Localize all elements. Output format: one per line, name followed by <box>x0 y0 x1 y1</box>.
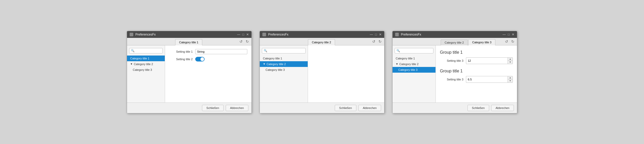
sidebar-item-label-3-1: Category title 2 <box>399 63 419 66</box>
forward-icon-3[interactable]: ↻ <box>510 39 515 44</box>
minimize-btn-2[interactable]: — <box>370 33 373 36</box>
sidebar-2: 🔍 Category title 1 ▼ Category title 2 Ca… <box>260 45 308 102</box>
sidebar-item-label-2-1: Category title 2 <box>267 63 286 66</box>
spinner-wrap-3-0: ▲ ▼ <box>466 57 513 64</box>
group-title-3-1: Group title 1 <box>440 69 513 73</box>
spinner-wrap-3-1: ▲ ▼ <box>466 76 513 83</box>
refresh-icon-3[interactable]: ↺ <box>504 39 509 44</box>
search-icon-2: 🔍 <box>264 49 267 52</box>
cancel-button-3[interactable]: Abbrechen <box>491 105 514 111</box>
close-btn-2[interactable]: ✕ <box>379 33 382 36</box>
close-button-2[interactable]: Schließen <box>335 105 356 111</box>
spinner-down-3-1[interactable]: ▼ <box>508 79 513 83</box>
title-3: PreferencesFx <box>401 33 501 36</box>
tab-3-1[interactable]: Category title 3 <box>468 39 495 45</box>
sidebar-item-2-2[interactable]: Category title 3 <box>260 67 308 73</box>
sidebar-item-label-2-0: Category title 1 <box>263 57 282 60</box>
forward-icon-1[interactable]: ↻ <box>245 39 250 44</box>
window-controls-3: — □ ✕ <box>503 33 514 36</box>
search-input-2[interactable] <box>268 49 304 52</box>
sidebar-item-label-1-0: Category title 1 <box>130 57 149 60</box>
cancel-button-2[interactable]: Abbrechen <box>358 105 381 111</box>
spinner-input-3-0[interactable] <box>466 58 508 63</box>
sidebar-item-label-3-0: Category title 1 <box>396 57 415 60</box>
arrow-icon-3-1: ▼ <box>396 63 398 65</box>
maximize-btn-3[interactable]: □ <box>508 33 510 36</box>
tabs-section-2: Category title 2 ↺ ↻ <box>308 38 384 45</box>
title-bar-3: PreferencesFx — □ ✕ <box>393 31 517 38</box>
setting-label-1-1: Setting title 2 <box>169 58 193 61</box>
sidebar-item-label-3-2: Category title 3 <box>398 68 418 71</box>
setting-row-1-1: Setting title 2 <box>169 57 247 61</box>
tab-2-0[interactable]: Category title 2 <box>308 39 335 45</box>
search-box-3[interactable]: 🔍 <box>395 48 433 53</box>
tab-bar-2: Category title 2 ↺ ↻ <box>260 38 384 45</box>
forward-icon-2[interactable]: ↻ <box>377 39 383 44</box>
refresh-icon-1[interactable]: ↺ <box>238 39 244 44</box>
tab-refresh-3: ↺ ↻ <box>502 38 517 45</box>
minimize-btn-1[interactable]: — <box>237 33 240 36</box>
window-2: PreferencesFx — □ ✕ Category title 2 ↺ ↻… <box>260 31 384 113</box>
app-icon-2 <box>262 33 266 36</box>
tab-bar-3: Category title 2 Category title 3 ↺ ↻ <box>393 38 517 45</box>
app-icon-3 <box>395 33 399 36</box>
window-controls-2: — □ ✕ <box>370 33 382 36</box>
setting-group-3-0: Group title 1 Setting title 3 ▲ ▼ <box>440 50 513 64</box>
arrow-icon-1-1: ▼ <box>130 63 133 65</box>
maximize-btn-2[interactable]: □ <box>375 33 377 36</box>
footer-1: Schließen Abbrechen <box>127 102 251 113</box>
title-bar-2: PreferencesFx — □ ✕ <box>260 31 384 38</box>
group-title-3-0: Group title 1 <box>440 50 513 55</box>
tabs-section-3: Category title 2 Category title 3 ↺ ↻ <box>441 38 517 45</box>
toggle-knob-1-1 <box>200 57 204 61</box>
close-button-3[interactable]: Schließen <box>468 105 489 111</box>
search-box-2[interactable]: 🔍 <box>262 48 306 53</box>
tab-3-0[interactable]: Category title 2 <box>441 39 468 45</box>
spinner-input-3-1[interactable] <box>466 77 508 82</box>
tabs-section-1: Category title 1 ↺ ↻ <box>175 38 251 45</box>
refresh-icon-2[interactable]: ↺ <box>371 39 376 44</box>
sidebar-item-2-0[interactable]: Category title 1 <box>260 56 308 61</box>
tab-bar-1: Category title 1 ↺ ↻ <box>127 38 251 45</box>
cancel-button-1[interactable]: Abbrechen <box>226 105 248 111</box>
search-input-1[interactable] <box>136 49 161 52</box>
setting-row-3-0: Setting title 3 ▲ ▼ <box>440 57 513 64</box>
sidebar-item-3-2[interactable]: Category title 3 <box>393 67 435 73</box>
sidebar-item-1-1[interactable]: ▼ Category title 2 <box>127 61 165 67</box>
sidebar-item-2-1[interactable]: ▼ Category title 2 <box>260 61 308 67</box>
sidebar-item-label-1-1: Category title 2 <box>134 63 153 66</box>
search-box-1[interactable]: 🔍 <box>129 48 163 53</box>
sidebar-item-1-0[interactable]: Category title 1 <box>127 56 165 61</box>
window-3: PreferencesFx — □ ✕ Category title 2 Cat… <box>392 31 517 113</box>
sidebar-item-1-2[interactable]: Category title 3 <box>127 67 165 73</box>
window-controls-1: — □ ✕ <box>237 33 249 36</box>
sidebar-item-3-0[interactable]: Category title 1 <box>393 56 435 61</box>
title-2: PreferencesFx <box>268 33 368 36</box>
sidebar-item-3-1[interactable]: ▼ Category title 2 <box>393 61 435 67</box>
spinner-up-3-0[interactable]: ▲ <box>508 58 513 61</box>
sidebar-item-label-1-2: Category title 3 <box>133 68 152 71</box>
tab-refresh-1: ↺ ↻ <box>237 38 251 45</box>
tab-refresh-2: ↺ ↻ <box>370 38 384 45</box>
spinner-down-3-0[interactable]: ▼ <box>508 61 513 64</box>
content-area-1: 🔍 Category title 1 ▼ Category title 2 Ca… <box>127 45 251 102</box>
search-input-3[interactable] <box>401 49 432 52</box>
close-btn-3[interactable]: ✕ <box>512 33 514 36</box>
window-1: PreferencesFx — □ ✕ Category title 1 ↺ ↻… <box>127 31 252 113</box>
toggle-1-1[interactable] <box>195 57 205 61</box>
footer-2: Schließen Abbrechen <box>260 102 384 113</box>
main-panel-2 <box>308 45 384 102</box>
setting-label-1-0: Setting title 1 <box>169 50 193 53</box>
close-btn-1[interactable]: ✕ <box>246 33 249 36</box>
minimize-btn-3[interactable]: — <box>503 33 506 36</box>
setting-input-1-0[interactable] <box>195 49 247 54</box>
setting-row-3-1: Setting title 3 ▲ ▼ <box>440 76 513 83</box>
close-button-1[interactable]: Schließen <box>202 105 224 111</box>
spinner-buttons-3-1: ▲ ▼ <box>508 76 513 83</box>
arrow-icon-2-1: ▼ <box>263 63 266 65</box>
spinner-buttons-3-0: ▲ ▼ <box>508 58 513 64</box>
search-icon-1: 🔍 <box>131 49 135 52</box>
tab-1-0[interactable]: Category title 1 <box>175 39 202 45</box>
spinner-up-3-1[interactable]: ▲ <box>508 76 513 80</box>
maximize-btn-1[interactable]: □ <box>242 33 244 36</box>
